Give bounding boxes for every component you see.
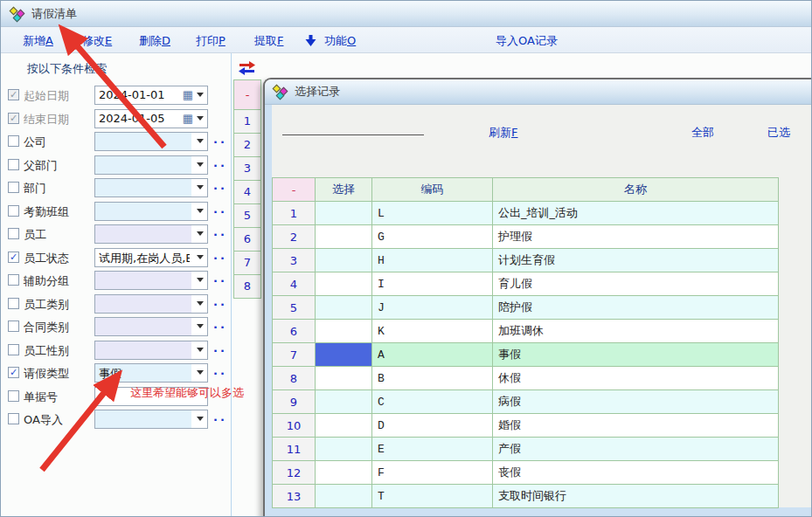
name-cell[interactable]: 事假 (493, 343, 779, 367)
chevron-down-icon[interactable] (197, 116, 204, 121)
column-header-名称[interactable]: 名称 (493, 178, 779, 202)
name-cell[interactable]: 护理假 (493, 225, 779, 249)
dropdown-公司[interactable] (94, 132, 208, 151)
search-input[interactable] (282, 118, 424, 135)
table-row[interactable]: 9C病假 (273, 390, 779, 414)
grid-row-number[interactable]: 3 (233, 157, 261, 181)
code-cell[interactable]: B (372, 367, 493, 390)
lookup-button-考勤班组[interactable]: .. (213, 203, 227, 216)
checkbox-部门[interactable] (8, 182, 19, 193)
date-field-起始日期[interactable]: 2024-01-01▦ (94, 86, 208, 105)
name-cell[interactable]: 丧假 (493, 461, 779, 485)
code-cell[interactable]: E (372, 438, 493, 461)
dropdown-OA导入[interactable] (94, 410, 208, 429)
checkbox-辅助分组[interactable] (8, 274, 19, 286)
table-row[interactable]: 7A事假 (273, 343, 779, 367)
checkbox-起始日期[interactable]: ✓ (8, 89, 19, 100)
lookup-button-合同类别[interactable]: .. (213, 318, 227, 331)
lookup-button-员工性别[interactable]: .. (213, 341, 227, 355)
menu-item-p[interactable]: 打印P (196, 33, 226, 49)
table-row[interactable]: 12F丧假 (273, 461, 779, 485)
name-cell[interactable]: 病假 (493, 390, 779, 414)
code-cell[interactable]: D (372, 414, 493, 438)
checkbox-考勤班组[interactable] (8, 205, 19, 217)
select-cell[interactable] (316, 272, 372, 296)
selected-link[interactable]: 已选 (767, 125, 790, 141)
select-cell[interactable] (316, 367, 372, 390)
chevron-down-icon[interactable] (197, 209, 204, 213)
menu-item-import-oa[interactable]: 导入OA记录 (496, 33, 558, 49)
select-cell[interactable] (316, 343, 372, 367)
dropdown-考勤班组[interactable] (94, 202, 208, 221)
name-cell[interactable]: 产假 (493, 438, 779, 461)
grid-row-number[interactable]: 6 (233, 228, 261, 252)
chevron-down-icon[interactable] (197, 231, 204, 236)
menu-item-e[interactable]: 修改E (82, 33, 112, 49)
checkbox-单据号[interactable] (8, 390, 19, 402)
grid-row-number[interactable]: 8 (233, 275, 261, 299)
checkbox-员工类别[interactable] (8, 298, 19, 309)
all-link[interactable]: 全部 (691, 125, 714, 141)
lookup-button-OA导入[interactable]: .. (213, 410, 227, 424)
code-cell[interactable]: I (372, 272, 493, 296)
chevron-down-icon[interactable] (197, 185, 204, 190)
column-header-选择[interactable]: 选择 (316, 178, 372, 202)
lookup-button-公司[interactable]: .. (213, 133, 227, 146)
grid-row-number[interactable]: 4 (233, 181, 261, 204)
name-cell[interactable]: 休假 (493, 367, 779, 390)
table-row[interactable]: 8B休假 (273, 367, 779, 390)
swap-columns-icon[interactable] (239, 61, 255, 75)
chevron-down-icon[interactable] (197, 417, 204, 421)
code-cell[interactable]: K (372, 320, 493, 343)
table-row[interactable]: 4I育儿假 (273, 272, 779, 296)
dropdown-员工[interactable] (94, 224, 208, 244)
checkbox-合同类别[interactable] (8, 321, 19, 332)
name-cell[interactable]: 陪护假 (493, 296, 779, 320)
select-cell[interactable] (316, 249, 372, 272)
chevron-down-icon[interactable] (197, 255, 204, 259)
checkbox-员工[interactable] (8, 228, 19, 239)
menu-item-a[interactable]: 新增A (23, 33, 53, 49)
chevron-down-icon[interactable] (197, 370, 204, 375)
calendar-icon[interactable]: ▦ (183, 112, 193, 125)
lookup-button-员工[interactable]: .. (213, 225, 227, 238)
calendar-icon[interactable]: ▦ (183, 88, 193, 101)
lookup-button-辅助分组[interactable]: .. (213, 272, 227, 285)
dropdown-请假类型[interactable]: 事假 (94, 363, 208, 383)
code-cell[interactable]: C (372, 390, 493, 414)
name-cell[interactable]: 育儿假 (493, 272, 779, 296)
dropdown-部门[interactable] (94, 178, 208, 197)
chevron-down-icon[interactable] (197, 93, 204, 97)
table-row[interactable]: 13T支取时间银行 (273, 485, 779, 508)
chevron-down-icon[interactable] (197, 301, 204, 306)
grid-row-number[interactable]: 2 (233, 134, 261, 157)
code-cell[interactable]: L (372, 202, 493, 225)
chevron-down-icon[interactable] (197, 324, 204, 328)
select-cell[interactable] (316, 438, 372, 461)
code-cell[interactable]: J (372, 296, 493, 320)
grid-row-number[interactable]: 1 (233, 110, 261, 134)
chevron-down-icon[interactable] (197, 162, 204, 167)
name-cell[interactable]: 支取时间银行 (493, 485, 779, 508)
table-row[interactable]: 6K加班调休 (273, 320, 779, 343)
dropdown-员工性别[interactable] (94, 341, 208, 360)
dropdown-父部门[interactable] (94, 155, 208, 175)
lookup-button-员工状态[interactable]: .. (213, 249, 227, 262)
chevron-down-icon[interactable] (197, 348, 204, 352)
select-cell[interactable] (316, 461, 372, 485)
column-header-编码[interactable]: 编码 (372, 178, 493, 202)
dropdown-辅助分组[interactable] (94, 271, 208, 290)
table-row[interactable]: 3H计划生育假 (273, 249, 779, 272)
code-cell[interactable]: G (372, 225, 493, 249)
table-row[interactable]: 5J陪护假 (273, 296, 779, 320)
select-cell[interactable] (316, 202, 372, 225)
chevron-down-icon[interactable] (197, 278, 204, 282)
grid-row-number[interactable]: 5 (233, 204, 261, 228)
lookup-button-部门[interactable]: .. (213, 179, 227, 192)
table-row[interactable]: 11E产假 (273, 438, 779, 461)
chevron-down-icon[interactable] (197, 139, 204, 143)
code-cell[interactable]: A (372, 343, 493, 367)
select-cell[interactable] (316, 390, 372, 414)
table-row[interactable]: 2G护理假 (273, 225, 779, 249)
grid-row-number[interactable]: 7 (233, 252, 261, 275)
